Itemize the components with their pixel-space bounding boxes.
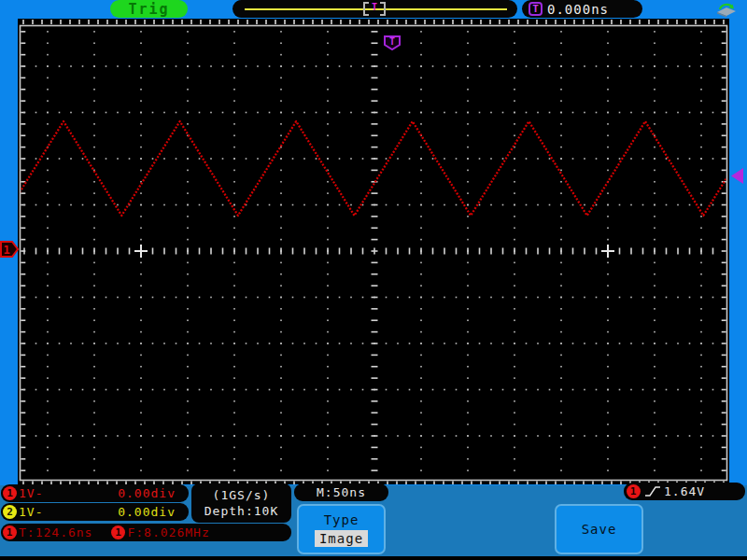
trig-status-badge: Trig [110,0,188,18]
window-trigger-letter: T [372,2,377,12]
memory-depth: Depth:10K [191,504,291,518]
channel2-info: 2 1V- 0.00div [1,503,189,521]
trigger-t-icon: T [529,2,543,16]
measurement2-badge: 1 [111,525,125,539]
bottom-bezel [0,556,747,560]
channel2-scale: 1V- [19,505,43,519]
usb-storage-icon [713,1,740,18]
trigger-position-marker: T [383,35,402,50]
channel2-offset: 0.00div [118,505,176,519]
type-button-label: Type [324,512,359,527]
trigger-level-value: 1.64V [664,484,705,498]
channel1-badge: 1 [3,486,17,500]
channel2-badge: 2 [3,505,17,519]
save-button[interactable]: Save [555,504,643,554]
status-panel: 1 1V- 0.00div 2 1V- 0.00div (1GS/s) Dept… [0,485,747,556]
oscilloscope-screen: Trig T T 0.000ns T 1 1 1V- [0,0,747,560]
rising-edge-icon [644,485,661,497]
trigger-time-value: 0.000ns [547,2,609,17]
svg-text:1: 1 [3,244,9,257]
trigger-level-readout: 1 1.64V [624,483,745,500]
save-button-label: Save [582,522,617,537]
measurement-period: T:124.6ns [19,525,92,539]
trigger-level-marker [729,167,745,186]
sample-rate: (1GS/s) [191,488,291,502]
type-button-value[interactable]: Image [315,530,368,547]
channel1-scale: 1V- [19,486,43,500]
type-button[interactable]: Type Image [297,504,386,554]
trigger-source-badge: 1 [627,484,641,498]
acquisition-info: (1GS/s) Depth:10K [191,483,291,523]
trigger-time-readout: T 0.000ns [522,0,642,18]
timebase-readout: M:50ns [294,483,388,501]
measurement-frequency: F:8.026MHz [127,525,209,539]
channel1-info: 1 1V- 0.00div [1,484,189,502]
channel1-offset: 0.00div [118,486,176,500]
graticule-and-waveform [18,19,729,484]
svg-text:T: T [389,36,395,47]
channel1-ground-marker: 1 [0,240,20,259]
display-window-bracket: T [359,0,390,18]
waveform-display: T [18,19,729,484]
measurement1-badge: 1 [3,525,17,539]
measurement-readouts: 1 T:124.6ns 1 F:8.026MHz [1,524,291,541]
